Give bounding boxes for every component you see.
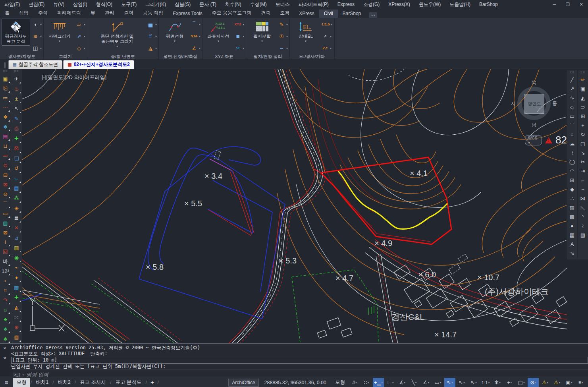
- numbers-tool-icon[interactable]: 12³: [1, 267, 10, 276]
- mirror-icon[interactable]: ◭: [578, 93, 588, 103]
- fillet-icon[interactable]: ◝: [578, 212, 588, 221]
- command-dropdown-icon[interactable]: ▾: [22, 373, 24, 377]
- pill-tool-icon[interactable]: ⊖: [1, 190, 10, 199]
- break-at-point-icon[interactable]: ¬: [578, 185, 588, 194]
- mesh-icon[interactable]: ◇▾: [75, 43, 85, 53]
- grid-tool-icon[interactable]: ▥: [12, 243, 21, 253]
- rectangle-icon[interactable]: ▭: [567, 112, 577, 121]
- ribbon-tab[interactable]: 뷰: [86, 8, 100, 18]
- revision-cloud-icon[interactable]: ☁: [567, 139, 577, 148]
- person-plus-tool-icon[interactable]: ✚: [12, 134, 21, 143]
- multileader-icon[interactable]: ↘: [567, 249, 577, 258]
- menu-item[interactable]: 그리기(K): [141, 0, 170, 9]
- profile-chart-icon[interactable]: ▅▾: [147, 19, 157, 29]
- drawing-canvas[interactable]: [-][평면도][2D 와이어프레임]: [22, 69, 567, 343]
- trim-icon[interactable]: ✂: [578, 157, 588, 166]
- hatch2-tool-icon[interactable]: ▧: [12, 283, 21, 292]
- menu-item[interactable]: 형식(O): [92, 0, 117, 9]
- profile-calc-button[interactable]: 종단 선형계산 및 종단면도 그리기 ▾: [89, 19, 145, 50]
- menu-item[interactable]: 편집(E): [24, 0, 49, 9]
- fence-tool-icon[interactable]: ⌗: [1, 286, 10, 295]
- crossed-road-tool-icon[interactable]: ⊠: [1, 180, 10, 189]
- menu-item[interactable]: BarShop: [475, 0, 502, 9]
- ribbon-tab[interactable]: 건축: [256, 8, 275, 18]
- ribbon-tab[interactable]: 주석: [33, 8, 52, 18]
- settings-gear-icon[interactable]: ✻▾: [492, 378, 503, 387]
- curve-arrow-tool-icon[interactable]: ↷: [1, 296, 10, 305]
- parcel-number-icon[interactable]: ①▾: [278, 31, 288, 41]
- ellipse-icon[interactable]: ◯: [567, 157, 577, 166]
- target-tool-icon[interactable]: ◉: [12, 253, 21, 263]
- file-tab-active[interactable]: ▦ 02+-+산지+경사도분석도2: [63, 60, 134, 69]
- elliptical-arc-icon[interactable]: ◠: [567, 166, 577, 176]
- copy-icon[interactable]: ▣: [578, 84, 588, 93]
- viewcube-west[interactable]: 서: [511, 100, 516, 107]
- line-icon[interactable]: ╱: [567, 75, 577, 84]
- stretch-icon[interactable]: ↘: [578, 148, 588, 157]
- break-icon[interactable]: ⌐: [578, 176, 588, 185]
- slope-face-draw-button[interactable]: 사면그리기 ▾: [45, 19, 74, 45]
- blend-icon[interactable]: ≀: [578, 221, 588, 230]
- menu-item[interactable]: 뷰(V): [49, 0, 69, 9]
- section-scale-icon[interactable]: ≝▾: [147, 31, 157, 41]
- polygon-icon[interactable]: ▱▾: [75, 19, 85, 29]
- wipeout-icon[interactable]: ●: [567, 221, 577, 230]
- snowflake-tool-icon[interactable]: ❄: [1, 122, 10, 132]
- tabbar-grip[interactable]: ║: [3, 62, 7, 68]
- ribbon-tab[interactable]: Express Tools: [168, 10, 207, 18]
- road-tool-icon[interactable]: ≕: [1, 151, 10, 160]
- snap-overrides-icon[interactable]: ↖▾: [456, 378, 467, 387]
- ramp-icon[interactable]: ◮▾: [147, 43, 157, 53]
- contour-lines-icon[interactable]: ≋▾: [32, 31, 42, 41]
- customize-command-icon[interactable]: ⚒: [3, 355, 6, 360]
- pencil-box-tool-icon[interactable]: ✎: [12, 114, 21, 124]
- plusminus-tool-icon[interactable]: ±: [12, 94, 21, 104]
- hatch-tool-icon[interactable]: ▨: [1, 219, 10, 228]
- ribbon-tab[interactable]: 홈: [0, 8, 14, 18]
- parcel-split-button[interactable]: 필지분할 ▾: [248, 19, 276, 45]
- offset-icon[interactable]: ⊃: [578, 103, 588, 112]
- arc-icon[interactable]: ⌒: [567, 121, 577, 130]
- curve-icon[interactable]: ⌒▾: [191, 19, 200, 29]
- scale-icon[interactable]: ▢: [578, 139, 588, 148]
- menu-item[interactable]: 조경(G): [359, 0, 384, 9]
- polygon-icon[interactable]: ◇: [567, 103, 577, 112]
- array-icon[interactable]: ⊞: [578, 112, 588, 121]
- lines-tool-icon[interactable]: ≔: [1, 93, 10, 103]
- selection-cycling-icon[interactable]: ▢▾: [516, 378, 527, 387]
- table-tool-icon[interactable]: ▦: [12, 184, 21, 193]
- road3-tool-icon[interactable]: ⊟: [1, 170, 10, 180]
- station-icon[interactable]: STA▾: [191, 31, 200, 41]
- view-cube[interactable]: 평면도 북 동 남 서: [517, 87, 551, 120]
- relative-el-button[interactable]: EL. 상대EL ▾: [291, 19, 320, 45]
- table-icon[interactable]: ▦: [567, 230, 577, 240]
- polar-tracking-icon[interactable]: ∡▾: [397, 378, 408, 387]
- printer-tool-icon[interactable]: ⎙: [12, 124, 21, 134]
- layout-menu-icon[interactable]: ≡: [0, 379, 13, 386]
- customization-menu-icon[interactable]: ≡▾: [575, 378, 586, 387]
- wave-tool-icon[interactable]: ⌁: [12, 263, 21, 273]
- layout-tab[interactable]: 표고 조사서/: [76, 378, 112, 387]
- chamfer-icon[interactable]: ◺: [578, 203, 588, 212]
- kite-tool-icon[interactable]: ◈: [12, 203, 21, 213]
- viewcube-east[interactable]: 동: [552, 100, 557, 107]
- ribbon-tab[interactable]: XPress: [294, 10, 319, 18]
- delete-tool-icon[interactable]: ✕: [12, 223, 21, 233]
- clipboard-tool-icon[interactable]: ⎘: [1, 84, 10, 93]
- equal-tool-icon[interactable]: ≍: [12, 313, 21, 322]
- ribbon-tab[interactable]: 관리: [100, 8, 119, 18]
- display-tool-icon[interactable]: ▣: [1, 74, 10, 83]
- z-axis-icon[interactable]: Z↗▾: [322, 43, 333, 53]
- sketch-pencil-icon[interactable]: ✎▾: [278, 19, 288, 29]
- menu-item[interactable]: 치수(N): [221, 0, 246, 9]
- viewcube-face[interactable]: 평면도: [524, 94, 544, 114]
- tree-doc-tool-icon[interactable]: ♣: [1, 334, 10, 343]
- grid-icon[interactable]: #▾: [349, 378, 360, 387]
- lasso-tool-icon[interactable]: ↺: [12, 164, 21, 173]
- annotation-scale-icon[interactable]: 1:1▾: [480, 378, 491, 387]
- tree-move-tool-icon[interactable]: ♣: [1, 324, 10, 333]
- workspace-button[interactable]: ArchiOffice: [228, 379, 258, 387]
- tree-search-tool-icon[interactable]: ♣: [1, 315, 10, 324]
- gradient-icon[interactable]: ▩: [567, 212, 577, 221]
- menu-item[interactable]: 파라메트릭(P): [294, 0, 333, 9]
